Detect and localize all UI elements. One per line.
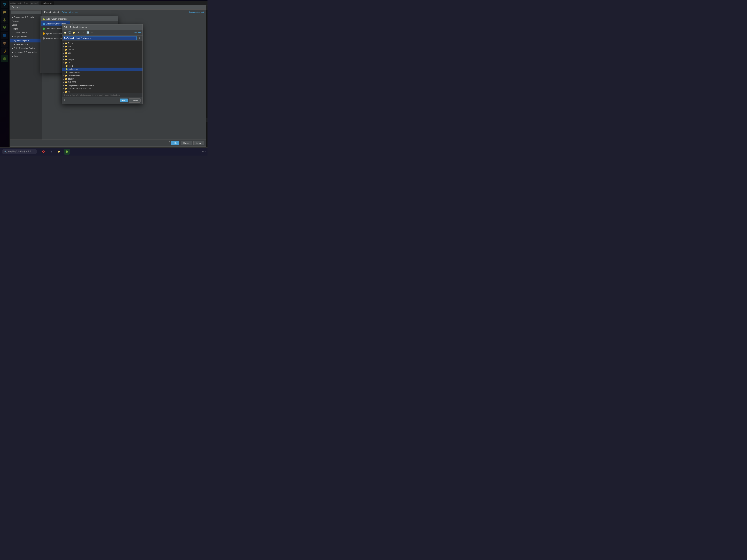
file-item[interactable]: ▶ 📁 DLLs bbox=[62, 42, 143, 45]
folder-icon: 📁 bbox=[65, 87, 68, 90]
taskbar-systray: ⌂ ♪ EN bbox=[200, 151, 206, 153]
nav-python-interpreter[interactable]: Python Interpreter bbox=[10, 38, 42, 43]
file-item[interactable]: ▶ 📁 Lib bbox=[62, 51, 143, 55]
nav-build[interactable]: ▶ Build, Execution, Deploy... bbox=[10, 46, 42, 50]
nav-keymap[interactable]: Keymap bbox=[10, 19, 42, 23]
settings-ok-btn[interactable]: OK bbox=[171, 141, 179, 145]
nav-editor[interactable]: Editor bbox=[10, 23, 42, 27]
settings-cancel-btn[interactable]: Cancel bbox=[181, 141, 192, 145]
folder-icon: 📁 bbox=[65, 58, 68, 61]
file-item[interactable]: ▶ 📁 UnityPerfProfiler_V2.3.0.0 bbox=[62, 87, 143, 90]
lang-arrow-icon: ▶ bbox=[12, 51, 13, 53]
file-item-pythonw-exe[interactable]: 🐍 pythonw.exe bbox=[62, 71, 143, 74]
settings-breadcrumb: Project: untitled › Python Interpreter F… bbox=[42, 9, 206, 15]
nav-appearance[interactable]: ▶ Appearance & Behavior bbox=[10, 15, 42, 19]
tools-arrow-icon: ▶ bbox=[12, 55, 13, 57]
breadcrumb-current: Python Interpreter bbox=[61, 11, 78, 13]
path-input-row: ⬇ bbox=[62, 36, 143, 41]
select-cancel-btn[interactable]: Cancel bbox=[129, 98, 140, 103]
folder-icon: 📁 bbox=[65, 84, 68, 86]
taskbar-search[interactable]: 🔍 在这里输入你要搜索的内容 bbox=[2, 149, 37, 154]
settings-apply-btn[interactable]: Apply bbox=[194, 141, 204, 145]
file-browser-toolbar: 🏠 🖥️ 📁 ⬆ ✕ 🔄 ⚙ Hide path bbox=[62, 30, 143, 36]
taskbar-icon-pycharm[interactable]: 🟢 bbox=[64, 149, 70, 155]
refresh-btn[interactable]: 🔄 bbox=[86, 31, 89, 34]
arrow-icon: ▶ bbox=[63, 75, 65, 77]
nav-vcs[interactable]: ▶ Version Control bbox=[10, 31, 42, 35]
file-item[interactable]: ▶ 📁 tcl bbox=[62, 61, 143, 64]
folder-icon: 📁 bbox=[65, 81, 68, 83]
build-arrow-icon: ▶ bbox=[12, 48, 13, 49]
systray-time: ⌂ ♪ EN bbox=[200, 151, 206, 153]
settings-nav: ▶ Appearance & Behavior Keymap Editor Pl… bbox=[10, 9, 42, 139]
folder-icon: 📁 bbox=[65, 45, 68, 48]
arrow-icon: ▶ bbox=[63, 62, 65, 64]
file-item[interactable]: ▶ 📁 libs bbox=[62, 55, 143, 58]
folder-icon: 📁 bbox=[65, 61, 68, 64]
taskbar: 🔍 在这里输入你要搜索的内容 ⭕ ⊞ 📁 🟢 ⌂ ♪ EN bbox=[0, 148, 207, 156]
file-item[interactable]: ▶ 📁 include bbox=[62, 48, 143, 51]
folder-icon: 📁 bbox=[65, 49, 68, 51]
arrow-icon: ▶ bbox=[63, 43, 65, 44]
settings-dialog-title: Settings bbox=[10, 5, 206, 9]
file-item[interactable]: ▶ 📁 unity-asset-checker-win-latest bbox=[62, 84, 143, 87]
hide-path-btn[interactable]: Hide path bbox=[134, 32, 141, 33]
nav-languages[interactable]: ▶ Languages & Frameworks bbox=[10, 50, 42, 54]
folder-icon: 📁 bbox=[65, 78, 68, 80]
vcs-arrow-icon: ▶ bbox=[12, 32, 13, 34]
pipenv-icon bbox=[43, 37, 45, 39]
desktop-btn[interactable]: 🖥️ bbox=[68, 31, 72, 34]
arrow-icon: ▶ bbox=[63, 46, 65, 48]
path-input[interactable] bbox=[63, 36, 137, 40]
select-dialog-title-text: Select Python Interpreter bbox=[64, 26, 87, 28]
folder-icon: 📁 bbox=[65, 55, 68, 57]
for-current-project[interactable]: For current project bbox=[189, 11, 204, 13]
file-tree[interactable]: ▶ 📁 DLLs ▶ 📁 Doc ▶ 📁 include ▶ 📁 Lib ▶ 📁… bbox=[62, 41, 143, 93]
taskbar-icon-explorer[interactable]: 📁 bbox=[56, 149, 62, 155]
file-item-python-exe[interactable]: 🐍 python.exe bbox=[62, 68, 143, 71]
conda-icon bbox=[43, 28, 45, 30]
nav-project[interactable]: ▼ Project: untitled bbox=[10, 35, 42, 38]
file-item[interactable]: ▶ 📁 Vs bbox=[62, 90, 143, 93]
select-dialog-close[interactable]: ✕ bbox=[138, 26, 140, 28]
arrow-icon: ▶ bbox=[63, 91, 65, 93]
settings-footer: ? OK Cancel Apply bbox=[10, 139, 206, 146]
download-btn[interactable]: ⬇ bbox=[137, 36, 141, 40]
nav-tools[interactable]: ▶ Tools bbox=[10, 54, 42, 58]
settings-search-input[interactable] bbox=[11, 10, 41, 14]
file-item[interactable]: ▶ 📁 SQL2019 bbox=[62, 81, 143, 84]
file-item[interactable]: ▶ 📁 Scripts bbox=[62, 58, 143, 61]
taskbar-icon-multitask[interactable]: ⊞ bbox=[48, 149, 54, 155]
folder-icon: 📁 bbox=[65, 65, 68, 67]
add-dialog-icon: 🐍 bbox=[43, 18, 45, 20]
nav-project-structure[interactable]: Project Structure bbox=[10, 43, 42, 46]
close-btn2[interactable]: ✕ bbox=[81, 31, 85, 34]
arrow-icon: ▶ bbox=[12, 16, 13, 18]
arrow-icon: ▼ bbox=[63, 65, 65, 67]
arrow-icon: ▶ bbox=[63, 52, 65, 54]
folder-icon: 📁 bbox=[65, 42, 68, 45]
folder-icon: 📁 bbox=[65, 75, 68, 77]
select-dialog-footer: ? OK Cancel bbox=[62, 97, 143, 104]
home-btn[interactable]: 🏠 bbox=[63, 31, 67, 34]
arrow-icon: ▶ bbox=[63, 88, 65, 89]
folder-btn[interactable]: 📁 bbox=[72, 31, 76, 34]
settings-help-btn[interactable]: ? bbox=[169, 141, 170, 145]
gear-btn[interactable]: ⚙ bbox=[90, 31, 94, 34]
file-item[interactable]: ▶ 📁 Doc bbox=[62, 45, 143, 48]
file-item[interactable]: ▶ 📁 sougou bbox=[62, 77, 143, 81]
arrow-icon: ▶ bbox=[63, 78, 65, 80]
file-item[interactable]: ▶ 📁 QMDownload bbox=[62, 74, 143, 77]
file-item[interactable]: ▼ 📁 Tools bbox=[62, 64, 143, 68]
arrow-icon: ▶ bbox=[63, 55, 65, 57]
nav-plugins[interactable]: Plugins bbox=[10, 27, 42, 31]
python-exe-icon: 🐍 bbox=[66, 68, 68, 70]
taskbar-icons: ⭕ ⊞ 📁 🟢 bbox=[41, 149, 70, 155]
search-icon: 🔍 bbox=[4, 151, 7, 153]
add-dialog-title: 🐍 Add Python Interpreter bbox=[41, 16, 118, 21]
select-ok-btn[interactable]: OK bbox=[120, 99, 128, 102]
select-help-btn[interactable]: ? bbox=[64, 99, 65, 102]
taskbar-icon-search[interactable]: ⭕ bbox=[41, 149, 46, 155]
breadcrumb-project: Project: untitled bbox=[44, 11, 59, 13]
up-btn[interactable]: ⬆ bbox=[77, 31, 81, 34]
